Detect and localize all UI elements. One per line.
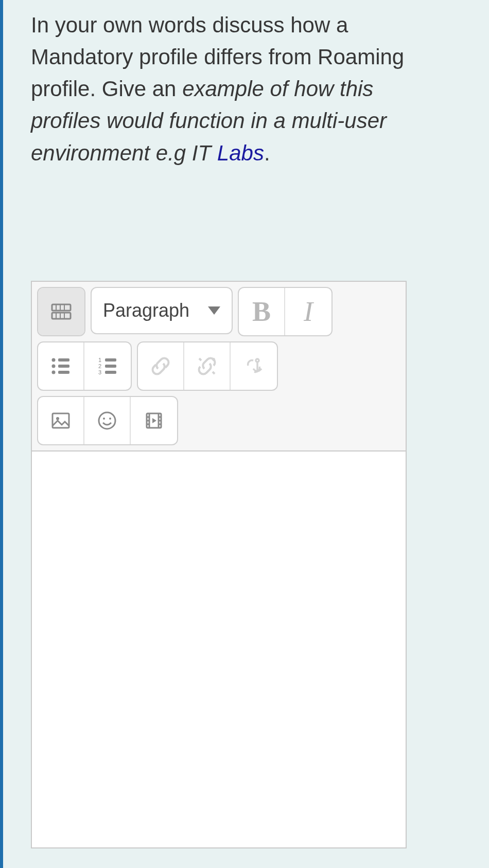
- unlink-icon: [195, 354, 219, 378]
- media-group: [37, 396, 178, 445]
- anchor-button[interactable]: [231, 342, 277, 390]
- toolbar-toggle-group: [37, 287, 85, 336]
- editor-content-area[interactable]: [32, 451, 406, 847]
- svg-point-28: [103, 418, 105, 420]
- toolbar-row-2: 1 2 3: [37, 341, 400, 391]
- format-select[interactable]: Paragraph: [91, 287, 233, 334]
- svg-point-27: [99, 412, 115, 429]
- svg-rect-17: [105, 358, 116, 361]
- list-group: 1 2 3: [37, 341, 132, 391]
- toggle-toolbar-icon: [49, 299, 74, 324]
- svg-point-9: [52, 365, 56, 368]
- svg-rect-11: [58, 358, 69, 361]
- svg-text:3: 3: [98, 369, 101, 375]
- text-style-group: B I: [238, 287, 333, 336]
- italic-icon: I: [304, 296, 313, 328]
- numbered-list-icon: 1 2 3: [96, 354, 119, 378]
- media-icon: [143, 409, 165, 432]
- bold-icon: B: [252, 296, 271, 328]
- toolbar-row-1: Paragraph B I: [37, 287, 400, 336]
- emoji-icon: [96, 409, 118, 432]
- svg-point-10: [52, 371, 56, 374]
- svg-text:2: 2: [98, 363, 101, 369]
- question-period: .: [264, 141, 270, 165]
- toggle-toolbar-button[interactable]: [38, 288, 84, 335]
- bold-button[interactable]: B: [239, 288, 285, 335]
- insert-media-button[interactable]: [131, 397, 177, 444]
- svg-rect-13: [58, 371, 69, 374]
- svg-line-20: [199, 358, 201, 360]
- editor-canvas: [32, 451, 406, 847]
- svg-line-22: [213, 358, 215, 360]
- svg-point-8: [52, 358, 56, 362]
- left-accent-border: [0, 0, 3, 868]
- svg-line-21: [213, 372, 215, 374]
- labs-link[interactable]: Labs: [217, 141, 264, 165]
- italic-button[interactable]: I: [285, 288, 331, 335]
- numbered-list-button[interactable]: 1 2 3: [84, 342, 131, 390]
- link-icon: [149, 354, 172, 378]
- svg-rect-1: [52, 313, 71, 319]
- svg-rect-0: [52, 304, 71, 311]
- image-icon: [49, 409, 72, 432]
- toolbar-row-3: [37, 396, 400, 445]
- svg-point-29: [109, 418, 111, 420]
- svg-text:1: 1: [98, 357, 101, 363]
- svg-rect-19: [105, 371, 116, 374]
- question-prompt: In your own words discuss how a Mandator…: [31, 9, 427, 169]
- question-text: In your own words discuss how a Mandator…: [31, 9, 427, 169]
- remove-link-button[interactable]: [184, 342, 231, 390]
- insert-link-button[interactable]: [138, 342, 184, 390]
- editor-toolbar: Paragraph B I: [32, 282, 406, 451]
- svg-rect-12: [58, 365, 69, 368]
- insert-emoji-button[interactable]: [84, 397, 131, 444]
- format-select-label: Paragraph: [103, 300, 189, 321]
- svg-rect-25: [53, 413, 69, 428]
- insert-image-button[interactable]: [38, 397, 84, 444]
- svg-rect-18: [105, 365, 116, 368]
- rich-text-editor: Paragraph B I: [31, 281, 407, 848]
- chevron-down-icon: [208, 306, 220, 315]
- svg-point-23: [256, 359, 259, 362]
- bullet-list-button[interactable]: [38, 342, 84, 390]
- bullet-list-icon: [49, 354, 73, 378]
- link-group: [137, 341, 278, 391]
- anchor-icon: [242, 354, 266, 378]
